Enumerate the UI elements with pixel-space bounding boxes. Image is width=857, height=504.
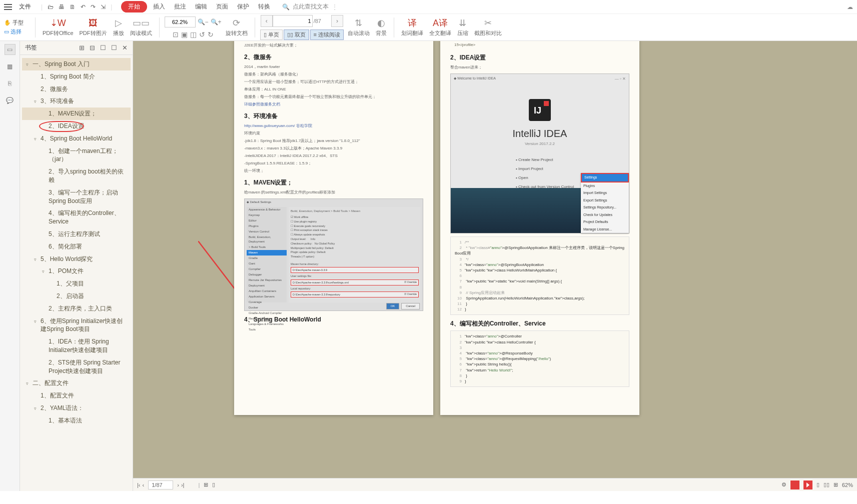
bookmark-item[interactable]: ▿1、POM文件 (22, 265, 131, 278)
thumbnails-rail-icon[interactable]: ▦ (5, 61, 16, 72)
tool-word-translate[interactable]: 译划词翻译 (399, 18, 425, 37)
last-page-icon[interactable]: ›| (181, 482, 185, 488)
menu-insert[interactable]: 插入 (153, 2, 165, 11)
bookmark-item[interactable]: 2、微服务 (22, 83, 131, 96)
tool-crop-compare[interactable]: ✂截图和对比 (472, 18, 504, 37)
print-icon[interactable]: 🖶 (59, 4, 65, 10)
view-double[interactable]: ▯▯ 双页 (284, 30, 309, 40)
expand-icon[interactable]: ⊞ (79, 44, 85, 52)
status-view1-icon[interactable]: ▯ (816, 482, 819, 488)
fit-page-icon[interactable]: ▣ (181, 30, 188, 38)
bookmark-item[interactable]: 1、父项目 (22, 278, 131, 290)
search-placeholder[interactable]: 点此查找文本 (293, 2, 329, 11)
redo-icon[interactable]: ↷ (91, 4, 96, 10)
zoom-out-icon[interactable]: 🔍− (198, 18, 209, 26)
collapse-icon[interactable]: ⊟ (90, 44, 95, 52)
status-layout-icon[interactable]: ⊞ (204, 482, 208, 488)
zoom-input[interactable] (165, 16, 196, 28)
tool-rotate[interactable]: ⟳旋转文档 (224, 18, 250, 37)
view-continuous[interactable]: ≡ 连续阅读 (310, 30, 344, 40)
bookmark-item[interactable]: 4、编写相关的Controller、Service (22, 207, 131, 228)
file-menu[interactable]: 文件 (19, 2, 31, 11)
bookmark-item[interactable]: 1、MAVEN设置； (22, 108, 131, 120)
status-record-btn[interactable] (790, 480, 799, 490)
hamburger-icon[interactable] (4, 3, 12, 11)
first-page-icon[interactable]: |‹ (137, 482, 141, 488)
status-view2-icon[interactable]: ▯▯ (823, 482, 829, 488)
main-menu: 插入 批注 编辑 页面 保护 转换 (153, 2, 270, 11)
bookmark-item[interactable]: ▿5、Hello World探究 (22, 253, 131, 266)
attachments-rail-icon[interactable]: ⎘ (5, 78, 16, 89)
prev-page-btn[interactable]: ‹ (261, 15, 273, 27)
title-bar: 文件 | 🗁 🖶 🗎 ↶ ↷ ⇲ | 开始 插入 批注 编辑 页面 保护 转换 … (0, 0, 857, 14)
tool-pdf-img[interactable]: 🖼PDF转图片 (78, 18, 109, 37)
tool-background[interactable]: ◐背景 (374, 18, 389, 37)
code-block-main: 1/**2 * "kw">class="anno">@SpringBootApp… (450, 236, 629, 315)
bookmark-item[interactable]: 2、STS使用 Spring Starter Project快速创建项目 (22, 356, 131, 378)
close-sidebar-icon[interactable]: ✕ (122, 44, 128, 52)
bookmark-item[interactable]: 6、简化部署 (22, 240, 131, 253)
bookmarks-rail-icon[interactable]: ▭ (5, 44, 16, 55)
bookmark-item[interactable]: ▿3、环境准备 (22, 95, 131, 108)
tool-read-mode[interactable]: ▭▭阅读模式 (128, 18, 154, 37)
actual-size-icon[interactable]: ◫ (190, 30, 197, 38)
page-input[interactable] (273, 15, 313, 27)
bookmark-item[interactable]: 1、基本语法 (22, 414, 131, 427)
bookmark-item[interactable]: 2、IDEA设置 (22, 120, 131, 132)
add-bookmark-icon[interactable]: ☐ (100, 44, 106, 52)
tool-pdf-office[interactable]: ⇣WPDF转Office (41, 18, 76, 37)
rotate-left-icon[interactable]: ↺ (199, 30, 205, 38)
view-single[interactable]: ▯ 单页 (260, 30, 283, 40)
hand-mode[interactable]: ✋ 手型 (4, 19, 30, 26)
bookmark-item[interactable]: 2、主程序类，主入口类 (22, 302, 131, 315)
bookmark-item[interactable]: ▿2、YAML语法： (22, 402, 131, 414)
prev-icon[interactable]: ‹ (143, 482, 145, 488)
ribbon-toolbar: ✋ 手型 ▭ 选择 ⇣WPDF转Office 🖼PDF转图片 ▷播放 ▭▭阅读模… (0, 14, 857, 41)
bookmark-options-icon[interactable]: ☐ (111, 44, 117, 52)
bookmark-item[interactable]: 2、启动器 (22, 290, 131, 302)
save-icon[interactable]: 🗎 (70, 4, 76, 10)
status-tool-icon[interactable]: ⚙ (781, 482, 786, 488)
bookmark-item[interactable]: 1、创建一个maven工程；（jar） (22, 145, 131, 166)
next-page-btn[interactable]: › (331, 15, 343, 27)
bookmark-item[interactable]: ▿4、Spring Boot HelloWorld (22, 132, 131, 145)
tool-auto-scroll[interactable]: ⇅自动滚动 (346, 18, 372, 37)
menu-edit[interactable]: 编辑 (195, 2, 207, 11)
undo-icon[interactable]: ↶ (81, 4, 86, 10)
menu-page[interactable]: 页面 (216, 2, 228, 11)
menu-protect[interactable]: 保护 (237, 2, 249, 11)
tool-compress[interactable]: ⇊压缩 (455, 18, 470, 37)
bookmark-item[interactable]: ▿一、Spring Boot 入门 (22, 58, 131, 70)
maven-settings-screenshot: ◆ Default Settings Appearance & Behavior… (244, 198, 423, 311)
select-mode[interactable]: ▭ 选择 (4, 28, 30, 36)
sidebar-title: 书签 (25, 44, 74, 52)
bookmark-item[interactable]: 1、IDEA：使用 Spring Initializer快速创建项目 (22, 336, 131, 356)
bookmark-item[interactable]: 2、导入spring boot相关的依赖 (22, 166, 131, 186)
bookmark-item[interactable]: 3、编写一个主程序；启动Spring Boot应用 (22, 186, 131, 208)
search-icon[interactable]: 🔍 (282, 4, 290, 10)
next-icon[interactable]: › (177, 482, 179, 488)
start-tab[interactable]: 开始 (121, 1, 147, 12)
export-icon[interactable]: ⇲ (101, 4, 106, 10)
status-view3-icon[interactable]: ⊞ (833, 482, 838, 488)
cloud-icon[interactable]: ☁ (847, 4, 853, 10)
bookmark-item[interactable]: ▿二、配置文件 (22, 377, 131, 390)
status-page-icon[interactable]: ▯ (212, 482, 215, 488)
bookmark-item[interactable]: ▿6、使用Spring Initializer快速创建Spring Boot项目 (22, 315, 131, 336)
menu-convert[interactable]: 转换 (258, 2, 270, 11)
comments-rail-icon[interactable]: 💬 (5, 95, 16, 106)
tool-play[interactable]: ▷播放 (111, 18, 126, 37)
tool-full-translate[interactable]: A译全文翻译 (427, 18, 453, 37)
bookmark-item[interactable]: 5、运行主程序测试 (22, 228, 131, 240)
menu-annotate[interactable]: 批注 (174, 2, 186, 11)
zoom-in-icon[interactable]: 🔍+ (211, 18, 222, 26)
rotate-right-icon[interactable]: ↻ (208, 30, 214, 38)
bookmark-item[interactable]: 1、Spring Boot 简介 (22, 70, 131, 83)
status-play-btn[interactable] (803, 480, 812, 490)
bookmark-item[interactable]: 1、配置文件 (22, 390, 131, 402)
status-zoom[interactable]: 62% (842, 482, 853, 488)
status-page[interactable]: 1/87 (148, 480, 173, 490)
fit-width-icon[interactable]: ⊡ (173, 30, 179, 38)
open-icon[interactable]: 🗁 (48, 4, 54, 10)
code-block-controller: 1"kw">class="anno">@Controller2"kw">publ… (450, 330, 629, 387)
